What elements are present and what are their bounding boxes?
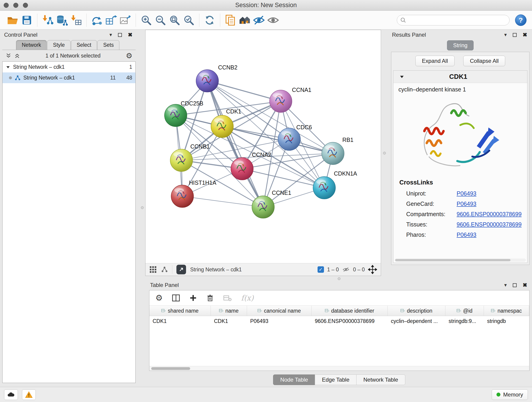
crosslink-link[interactable]: P06493 <box>457 201 476 207</box>
table-cell[interactable]: cyclin–dependent ... <box>388 316 445 326</box>
zoom-out-button[interactable] <box>153 13 167 27</box>
cloud-button[interactable] <box>4 389 18 400</box>
table-cell[interactable]: 9606.ENSP00000378699 <box>312 316 388 326</box>
column-header[interactable]: database identifier <box>312 306 388 316</box>
open-in-window-button[interactable] <box>177 265 186 274</box>
collapse-all-icon[interactable] <box>6 53 12 59</box>
network-node-cdc6[interactable]: CDC6 <box>278 124 312 151</box>
tab-network-table[interactable]: Network Table <box>356 375 405 385</box>
column-header[interactable]: @id <box>445 306 484 316</box>
network-edge[interactable] <box>182 196 263 207</box>
table-cell[interactable]: P06493 <box>247 316 312 326</box>
network-edge[interactable] <box>242 169 324 188</box>
expand-all-icon[interactable] <box>14 53 20 59</box>
zoom-in-button[interactable] <box>139 13 153 27</box>
refresh-button[interactable] <box>203 13 217 27</box>
results-horizontal-scrollbar[interactable] <box>395 259 526 262</box>
birdseye-grid-icon[interactable] <box>149 266 157 274</box>
tab-network[interactable]: Network <box>16 40 47 50</box>
pan-move-icon[interactable] <box>368 265 377 274</box>
float-panel-icon[interactable]: ▾ <box>504 283 507 288</box>
collapse-triangle-icon[interactable] <box>399 74 404 79</box>
network-node-rb1[interactable]: RB1 <box>322 137 353 165</box>
table-cell[interactable]: stringdb <box>484 316 529 326</box>
network-options-gear-icon[interactable]: ⚙ <box>126 52 133 59</box>
column-header[interactable]: description <box>388 306 445 316</box>
close-window-button[interactable] <box>4 3 9 8</box>
splitter-handle[interactable] <box>141 206 144 209</box>
show-columns-icon[interactable] <box>172 294 180 302</box>
network-node-cdkn1a[interactable]: CDKN1A <box>313 170 357 199</box>
maximize-panel-icon[interactable] <box>513 33 517 37</box>
collapse-triangle-icon[interactable] <box>6 65 10 70</box>
gene-header-row[interactable]: CDK1 <box>393 70 527 83</box>
crosslink-link[interactable]: P06493 <box>457 190 476 197</box>
toolbar-search[interactable] <box>397 15 510 26</box>
network-collection-row[interactable]: String Network – cdk1 1 <box>2 62 135 72</box>
table-cell[interactable]: stringdb:9... <box>445 316 484 326</box>
maximize-panel-icon[interactable] <box>513 283 517 287</box>
splitter-handle[interactable] <box>338 277 341 280</box>
import-table-button[interactable] <box>69 13 83 27</box>
network-node-cdk1[interactable]: CDK1 <box>211 108 241 138</box>
collapse-all-button[interactable]: Collapse All <box>463 56 505 66</box>
table-cell[interactable]: CDK1 <box>211 316 247 326</box>
tab-sets[interactable]: Sets <box>97 40 119 50</box>
show-annotations-button[interactable] <box>266 13 280 27</box>
close-panel-icon[interactable]: ✖ <box>523 32 527 38</box>
table-options-gear-icon[interactable]: ⚙ <box>155 294 163 302</box>
zoom-fit-button[interactable] <box>167 13 182 27</box>
zoom-selected-button[interactable] <box>182 13 196 27</box>
hide-annotations-button[interactable] <box>252 13 266 27</box>
memory-button[interactable]: Memory <box>492 389 528 400</box>
add-column-icon[interactable] <box>189 294 197 302</box>
network-from-table-button[interactable] <box>104 13 118 27</box>
home-networks-button[interactable] <box>238 13 252 27</box>
expand-all-button[interactable]: Expand All <box>415 56 455 66</box>
import-network-database-button[interactable] <box>55 13 69 27</box>
tab-style[interactable]: Style <box>47 40 70 50</box>
column-header[interactable]: canonical name <box>247 306 312 316</box>
tab-select[interactable]: Select <box>71 40 97 50</box>
network-row-selected[interactable]: String Network – cdk1 11 48 <box>2 72 135 83</box>
close-panel-icon[interactable]: ✖ <box>128 32 133 38</box>
table-row[interactable]: CDK1 CDK1 P06493 9606.ENSP00000378699 cy… <box>149 316 529 326</box>
network-node-ccne1[interactable]: CCNE1 <box>252 190 291 218</box>
network-node-ccnb1[interactable]: CCNB1 <box>170 143 210 172</box>
zoom-window-button[interactable] <box>23 3 28 8</box>
maximize-panel-icon[interactable] <box>118 33 122 37</box>
warnings-button[interactable] <box>22 389 36 400</box>
network-edge[interactable] <box>207 81 263 207</box>
search-input[interactable] <box>409 17 506 23</box>
help-button[interactable]: ? <box>515 14 526 26</box>
tab-edge-table[interactable]: Edge Table <box>315 375 356 385</box>
export-image-button[interactable] <box>118 13 133 27</box>
splitter-handle[interactable] <box>383 152 386 154</box>
network-node-ccna1[interactable]: CCNA1 <box>269 87 311 113</box>
table-cell[interactable]: CDK1 <box>149 316 211 326</box>
column-header[interactable]: name <box>211 306 247 316</box>
minimize-window-button[interactable] <box>13 3 18 8</box>
close-panel-icon[interactable]: ✖ <box>523 282 527 288</box>
network-node-cdc25b[interactable]: CDC25B <box>165 100 203 127</box>
float-panel-icon[interactable]: ▾ <box>504 32 507 37</box>
crosslink-link[interactable]: 9606.ENSP00000378699 <box>457 211 522 217</box>
import-network-file-button[interactable] <box>41 13 55 27</box>
crosslink-link[interactable]: P06493 <box>457 231 476 238</box>
column-header[interactable]: namespac <box>484 306 529 316</box>
table-horizontal-scrollbar[interactable] <box>149 366 529 370</box>
open-session-button[interactable] <box>6 13 20 27</box>
network-canvas[interactable]: CCNB2CCNA1CDC25BCDK1CDC6RB1CCNB1CCNA2CDK… <box>146 30 381 263</box>
view-share-icon[interactable] <box>161 266 168 273</box>
column-header[interactable]: shared name <box>149 306 211 316</box>
network-node-hist1h1a[interactable]: HIST1H1A <box>171 179 216 207</box>
tab-node-table[interactable]: Node Table <box>273 375 315 385</box>
duplicate-document-button[interactable] <box>223 13 238 27</box>
float-panel-icon[interactable]: ▾ <box>109 32 112 37</box>
new-network-button[interactable] <box>90 13 104 27</box>
selected-checkbox-icon[interactable]: ✓ <box>317 266 324 273</box>
save-session-button[interactable] <box>20 13 34 27</box>
string-tab-badge[interactable]: String <box>447 40 474 51</box>
crosslink-link[interactable]: 9606.ENSP00000378699 <box>457 221 522 228</box>
delete-column-trash-icon[interactable] <box>206 294 214 302</box>
